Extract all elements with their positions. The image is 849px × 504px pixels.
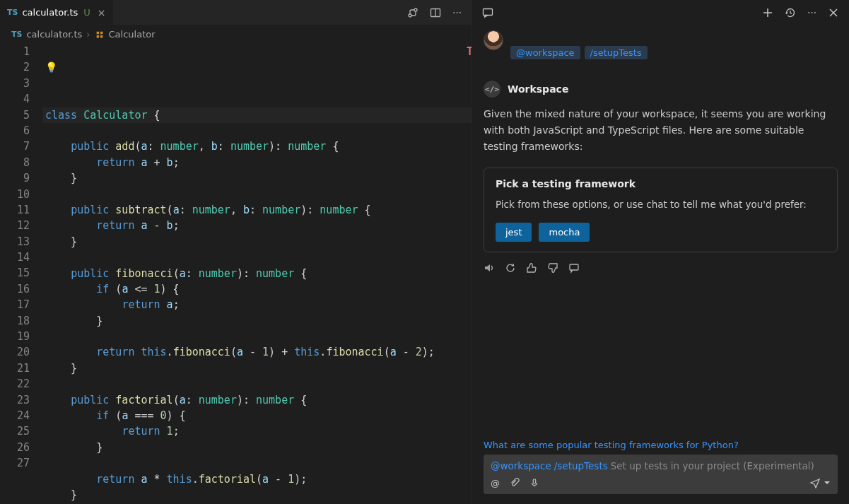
tab-filename: calculator.ts [22,7,78,18]
code-content[interactable]: 💡 T class Calculator { public add(a: num… [42,44,472,504]
typescript-icon: TS [11,30,22,39]
compare-changes-icon[interactable] [407,7,418,18]
class-icon [95,30,105,40]
chat-input[interactable]: @workspace /setupTests Set up tests in y… [484,455,838,494]
attach-icon[interactable] [510,478,520,488]
microphone-icon[interactable] [529,478,539,488]
tab-actions: ⋯ [407,7,472,18]
thumbs-up-icon[interactable] [526,262,537,274]
read-aloud-icon[interactable] [484,262,495,274]
chat-chip[interactable]: @workspace [510,46,580,59]
chevron-right-icon: › [86,29,90,40]
user-avatar [484,30,503,50]
input-workspace-chip: @workspace [491,460,551,471]
split-editor-icon[interactable] [430,7,441,18]
svg-point-1 [414,8,417,11]
framework-card: Pick a testing framework Pick from these… [484,168,838,252]
chat-body: @workspace/setupTests </> Workspace Give… [472,25,849,434]
agent-name: Workspace [508,83,568,95]
chevron-down-icon[interactable] [824,479,831,486]
comment-icon[interactable] [568,262,580,274]
line-number-gutter: 1234567891011121314151617181920212223242… [0,44,42,504]
tab-bar: TS calculator.ts U × ⋯ [0,0,472,25]
history-icon[interactable] [785,7,796,18]
close-tab-icon[interactable]: × [98,8,106,18]
lightbulb-icon[interactable]: 💡 [45,59,57,75]
editor-pane: TS calculator.ts U × ⋯ TS calculator.ts … [0,0,472,504]
chat-input-toolbar: @ [491,477,831,488]
breadcrumb[interactable]: TS calculator.ts › Calculator [0,25,472,44]
mention-icon[interactable]: @ [491,478,500,488]
card-subtitle: Pick from these options, or use chat to … [496,197,826,212]
close-icon[interactable] [828,7,839,18]
send-button[interactable] [809,477,831,488]
svg-rect-10 [570,264,578,270]
more-icon[interactable]: ⋯ [807,7,816,18]
framework-option-button[interactable]: jest [496,223,532,242]
editor-tab[interactable]: TS calculator.ts U × [0,0,114,25]
breadcrumb-file[interactable]: calculator.ts [26,29,82,40]
svg-point-0 [409,14,411,17]
chat-header: ⋯ [472,0,849,25]
thumbs-down-icon[interactable] [547,262,558,274]
card-title: Pick a testing framework [496,178,826,189]
card-options: jestmocha [496,223,826,242]
chat-view-icon[interactable] [482,7,493,18]
user-chips: @workspace/setupTests [510,30,648,59]
chat-footer: What are some popular testing frameworks… [472,434,849,504]
input-command-chip: /setupTests [554,460,608,471]
more-icon[interactable]: ⋯ [452,7,462,18]
chat-chip[interactable]: /setupTests [585,46,648,59]
ai-cursor-indicator: T [467,44,472,59]
input-placeholder-text: Set up tests in your project (Experiment… [611,460,814,471]
agent-message: Given the mixed nature of your workspace… [484,106,838,155]
svg-marker-9 [485,264,490,271]
suggestion-link[interactable]: What are some popular testing frameworks… [484,440,838,450]
chat-input-text[interactable]: @workspace /setupTests Set up tests in y… [491,460,831,471]
code-editor[interactable]: 1234567891011121314151617181920212223242… [0,44,472,504]
svg-rect-4 [484,8,493,15]
new-chat-icon[interactable] [762,7,773,18]
breadcrumb-symbol[interactable]: Calculator [109,29,156,40]
code-icon: </> [484,81,500,98]
chat-pane: ⋯ @workspace/setupTests </> Workspace Gi… [472,0,849,504]
svg-rect-11 [533,479,536,484]
framework-option-button[interactable]: mocha [539,223,590,242]
user-message: @workspace/setupTests [484,30,838,59]
typescript-icon: TS [7,8,18,17]
retry-icon[interactable] [505,262,516,274]
message-actions [484,262,838,274]
unsaved-indicator: U [83,7,90,18]
agent-header: </> Workspace [484,81,838,98]
